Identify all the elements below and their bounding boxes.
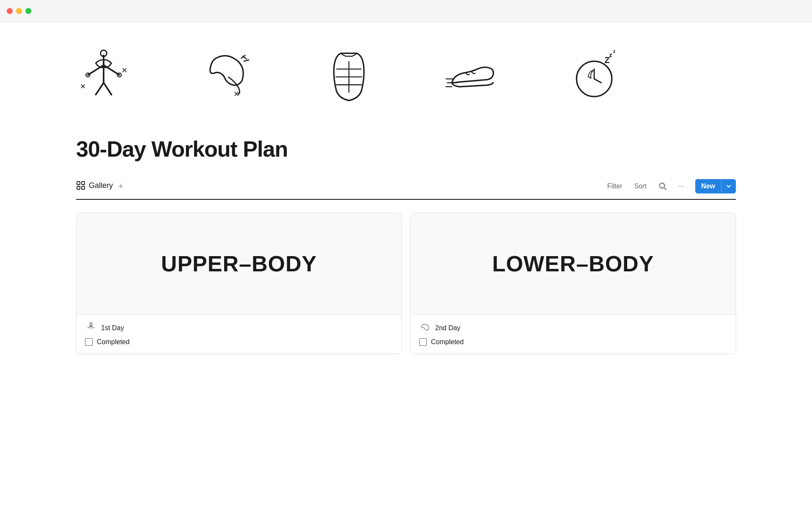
card-lower-body-completed-row[interactable]: Completed bbox=[419, 338, 727, 346]
card-upper-body-title: UPPER–BODY bbox=[161, 251, 317, 276]
new-button[interactable]: New bbox=[695, 179, 721, 193]
svg-line-11 bbox=[244, 60, 249, 61]
card-lower-body-title: LOWER–BODY bbox=[492, 251, 654, 276]
card-lower-body-day-row: 2nd Day bbox=[419, 322, 727, 334]
svg-text:z: z bbox=[609, 52, 612, 58]
svg-rect-27 bbox=[77, 182, 80, 185]
svg-line-12 bbox=[243, 56, 247, 59]
filter-label: Filter bbox=[607, 182, 623, 190]
svg-line-1 bbox=[88, 65, 104, 75]
card-upper-body-body: 1st Day Completed bbox=[77, 315, 401, 353]
card-lower-body-completed-label: Completed bbox=[431, 338, 464, 346]
upper-body-day-icon bbox=[85, 322, 97, 334]
sleep-timer-icon: Z z z bbox=[567, 47, 622, 102]
page-title: 30-Day Workout Plan bbox=[76, 136, 736, 162]
gallery-tab-icon bbox=[76, 181, 85, 190]
titlebar bbox=[0, 0, 812, 22]
card-upper-body-day-label: 1st Day bbox=[101, 324, 124, 332]
sort-button[interactable]: Sort bbox=[629, 179, 651, 193]
filter-button[interactable]: Filter bbox=[602, 179, 628, 193]
card-upper-body-day-row: 1st Day bbox=[85, 322, 393, 334]
card-lower-body[interactable]: LOWER–BODY 2nd Day Completed bbox=[410, 213, 736, 354]
gallery-grid: UPPER–BODY 1st Day Completed bbox=[76, 213, 736, 354]
gallery-tab-label: Gallery bbox=[89, 181, 113, 190]
card-lower-body-body: 2nd Day Completed bbox=[411, 315, 735, 353]
svg-text:✕: ✕ bbox=[80, 83, 86, 91]
search-button[interactable] bbox=[653, 179, 672, 194]
toolbar: Gallery + Filter Sort ··· New bbox=[76, 179, 736, 200]
card-lower-body-image: LOWER–BODY bbox=[411, 213, 735, 315]
card-upper-body-completed-label: Completed bbox=[97, 338, 129, 346]
svg-rect-30 bbox=[82, 186, 85, 189]
svg-point-36 bbox=[90, 323, 92, 325]
main-content: ✕ ✕ ✕ bbox=[0, 22, 812, 371]
chevron-down-icon bbox=[726, 183, 732, 189]
abs-workout-icon bbox=[321, 47, 376, 102]
sort-label: Sort bbox=[634, 182, 646, 190]
new-button-chevron[interactable] bbox=[721, 179, 736, 193]
card-upper-body-checkbox[interactable] bbox=[85, 338, 93, 346]
card-upper-body[interactable]: UPPER–BODY 1st Day Completed bbox=[76, 213, 402, 354]
running-shoes-icon bbox=[444, 47, 499, 102]
shoulder-workout-icon: ✕ bbox=[199, 47, 254, 102]
decorative-icons-row: ✕ ✕ ✕ bbox=[76, 39, 736, 111]
svg-line-32 bbox=[664, 188, 666, 190]
lower-body-day-icon bbox=[419, 322, 431, 334]
new-button-group: New bbox=[695, 179, 736, 193]
svg-text:✕: ✕ bbox=[233, 90, 239, 98]
toolbar-actions: Filter Sort ··· New bbox=[602, 179, 736, 194]
svg-line-2 bbox=[104, 65, 119, 75]
svg-rect-29 bbox=[77, 186, 80, 189]
more-options-button[interactable]: ··· bbox=[674, 179, 689, 193]
minimize-button[interactable] bbox=[16, 8, 22, 14]
svg-text:✕: ✕ bbox=[121, 66, 127, 75]
tab-gallery[interactable]: Gallery bbox=[76, 181, 113, 192]
card-upper-body-completed-row[interactable]: Completed bbox=[85, 338, 393, 346]
svg-line-23 bbox=[594, 79, 601, 83]
close-button[interactable] bbox=[7, 8, 13, 14]
svg-rect-28 bbox=[82, 182, 85, 185]
svg-text:z: z bbox=[613, 49, 616, 54]
svg-line-3 bbox=[96, 83, 104, 95]
card-upper-body-image: UPPER–BODY bbox=[77, 213, 401, 315]
svg-line-4 bbox=[104, 83, 112, 95]
upper-body-icon: ✕ ✕ bbox=[76, 47, 131, 102]
card-lower-body-checkbox[interactable] bbox=[419, 338, 427, 346]
card-lower-body-day-label: 2nd Day bbox=[435, 324, 461, 332]
search-icon bbox=[658, 182, 667, 190]
maximize-button[interactable] bbox=[25, 8, 31, 14]
add-view-button[interactable]: + bbox=[118, 182, 123, 191]
